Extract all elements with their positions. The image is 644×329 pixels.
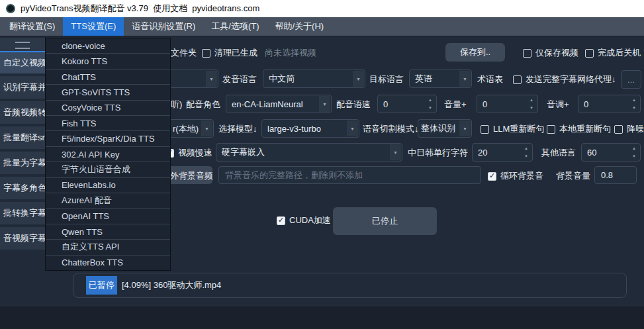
spin-up-icon[interactable] <box>629 144 639 152</box>
checkbox-icon <box>547 125 555 134</box>
tts-menu-item-9[interactable]: ElevenLabs.io <box>46 177 170 193</box>
voice-rate-label: 配音语速 <box>336 99 371 111</box>
tts-menu-item-10[interactable]: AzureAI 配音 <box>46 193 170 208</box>
checkbox-icon <box>481 125 489 134</box>
tts-menu-item-7[interactable]: 302.AI API Key <box>46 146 170 162</box>
tts-menu-item-0[interactable]: clone-voice <box>46 38 170 53</box>
sidebar-item-2[interactable]: 音频视频转字幕 <box>0 101 45 124</box>
checkbox-icon <box>585 49 594 58</box>
shutdown-after-checkbox[interactable]: 完成后关机 <box>585 47 641 59</box>
spin-up-icon[interactable] <box>425 96 436 104</box>
tts-menu-item-14[interactable]: ChatterBox TTS <box>46 255 170 270</box>
folder-button-fragment[interactable]: 文件夹 <box>171 47 197 59</box>
sidebar-item-4[interactable]: 批量为字幕配音 <box>0 152 45 174</box>
bgm-tag-fragment[interactable]: 外背景音频 <box>170 170 213 182</box>
tts-menu-item-5[interactable]: Fish TTS <box>46 115 170 130</box>
other-lang-spinner[interactable]: 60 <box>581 143 641 162</box>
tts-menu-item-8[interactable]: 字节火山语音合成 <box>46 162 170 177</box>
source-language-select[interactable]: 中文简 <box>263 70 365 88</box>
menubar: 翻译设置(S)TTS设置(E)语音识别设置(R)工具/选项(T)帮助/关于(H) <box>0 17 644 36</box>
model-label[interactable]: 选择模型↓ <box>218 123 257 135</box>
sidebar-item-0[interactable]: 自定义视频翻译配音 <box>0 51 45 73</box>
tts-menu-item-2[interactable]: ChatTTS <box>46 69 170 84</box>
checkbox-checked-icon <box>488 172 496 181</box>
network-proxy-label[interactable]: 网络代理↓ <box>577 73 616 85</box>
sidebar-item-6[interactable]: 批转换字幕格式 <box>0 202 45 224</box>
video-slow-checkbox[interactable]: 视频慢速 <box>165 147 212 159</box>
chevron-down-icon <box>201 120 212 136</box>
tts-menu-item-1[interactable]: Kokoro TTS <box>46 53 170 68</box>
spin-down-icon[interactable] <box>629 104 639 112</box>
save-video-only-checkbox[interactable]: 仅保存视频 <box>523 47 578 59</box>
cjk-chars-spinner[interactable]: 20 <box>472 143 533 162</box>
app-window: pyVideoTrans视频翻译配音 v3.79 使用文档 pyvideotra… <box>0 0 644 329</box>
bgm-path-input[interactable] <box>218 166 481 184</box>
chevron-down-icon <box>459 71 471 87</box>
chevron-down-icon <box>390 144 401 160</box>
voice-role-label: 配音角色 <box>186 99 220 111</box>
split-mode-label[interactable]: 语音切割模式↓ <box>363 123 419 135</box>
checkbox-icon <box>202 49 210 58</box>
status-detail: [4.09%] 360驱动大师.mp4 <box>122 279 221 291</box>
chevron-down-icon <box>353 71 364 87</box>
subtitle-embed-select[interactable]: 硬字幕嵌入 <box>216 143 402 162</box>
volume-spinner[interactable]: 0 <box>477 95 538 113</box>
hamburger-icon <box>15 42 30 49</box>
save-to-button[interactable]: 保存到.. <box>445 43 505 62</box>
sidebar-item-1[interactable]: 识别字幕并翻译 <box>0 76 45 99</box>
checkbox-icon <box>614 125 623 134</box>
source-language-label: 发音语言 <box>222 73 257 85</box>
glossary-link[interactable]: 术语表 <box>477 73 503 85</box>
tts-settings-menu: clone-voiceKokoro TTSChatTTSGPT-SoVITS T… <box>45 38 171 271</box>
sidebar-item-5[interactable]: 字幕多角色配音 <box>0 177 45 199</box>
cjk-chars-label: 中日韩单行字符 <box>408 147 468 159</box>
loop-bgm-checkbox[interactable]: 循环背景音 <box>488 170 543 182</box>
cuda-checkbox[interactable]: CUDA加速 <box>277 214 331 226</box>
spin-down-icon[interactable] <box>629 152 639 160</box>
volume-label: 音量+ <box>444 99 467 111</box>
task-status-row[interactable]: 已暂停 [4.09%] 360驱动大师.mp4 <box>73 273 627 298</box>
llm-resegment-checkbox[interactable]: LLM重新断句 <box>481 123 544 135</box>
denoise-checkbox[interactable]: 降噪 <box>614 123 644 135</box>
split-mode-select[interactable]: 整体识别 <box>418 119 472 138</box>
spin-down-icon[interactable] <box>521 152 531 160</box>
spin-up-icon[interactable] <box>526 96 537 104</box>
send-full-subtitle-checkbox[interactable]: 发送完整字幕 <box>513 73 577 85</box>
voice-role-select[interactable]: en-CA-LiamNeural <box>226 95 332 113</box>
tts-menu-item-13[interactable]: 自定义TTS API <box>46 239 170 254</box>
spin-up-icon[interactable] <box>629 96 639 104</box>
log-area <box>0 306 644 329</box>
menubar-item-4[interactable]: 帮助/关于(H) <box>267 17 332 36</box>
tts-menu-item-6[interactable]: F5/index/SparK/Dia TTS <box>46 130 170 146</box>
bgm-volume-input[interactable] <box>594 166 637 184</box>
voice-rate-spinner[interactable]: 0 <box>377 95 437 113</box>
tts-menu-item-11[interactable]: OpenAI TTS <box>46 208 170 223</box>
spin-down-icon[interactable] <box>526 104 537 112</box>
checkbox-icon <box>513 75 522 84</box>
menubar-item-1[interactable]: TTS设置(E) <box>63 17 124 36</box>
menubar-item-0[interactable]: 翻译设置(S) <box>1 17 63 36</box>
proxy-more-button[interactable]: ... <box>621 70 641 89</box>
checkbox-icon <box>523 49 531 58</box>
tts-menu-item-4[interactable]: CosyVoice TTS <box>46 100 170 115</box>
spin-up-icon[interactable] <box>521 144 531 152</box>
clean-generated-checkbox[interactable]: 清理已生成 <box>202 47 257 59</box>
local-resegment-checkbox[interactable]: 本地重新断句 <box>547 123 611 135</box>
menubar-item-2[interactable]: 语音识别设置(R) <box>124 17 203 36</box>
other-lang-label: 其他语言 <box>541 147 576 159</box>
stop-button[interactable]: 已停止 <box>333 207 437 235</box>
model-select[interactable]: large-v3-turbo <box>261 119 359 138</box>
spin-down-icon[interactable] <box>425 104 436 112</box>
tts-menu-item-12[interactable]: Qwen TTS <box>46 224 170 239</box>
sidebar-item-7[interactable]: 音视频字幕合并 <box>0 227 45 250</box>
app-logo-icon <box>6 4 15 13</box>
sidebar-item-3[interactable]: 批量翻译srt字幕 <box>0 126 45 149</box>
pitch-spinner[interactable]: 0 <box>578 95 641 113</box>
status-badge: 已暂停 <box>86 276 117 295</box>
pitch-label: 音调+ <box>547 99 569 111</box>
menubar-item-3[interactable]: 工具/选项(T) <box>203 17 267 36</box>
target-language-select[interactable]: 英语 <box>409 70 472 88</box>
sidebar-toggle[interactable] <box>0 38 45 52</box>
recognizer-fragment: r(本地) <box>173 123 199 135</box>
tts-menu-item-3[interactable]: GPT-SoVITS TTS <box>46 84 170 99</box>
